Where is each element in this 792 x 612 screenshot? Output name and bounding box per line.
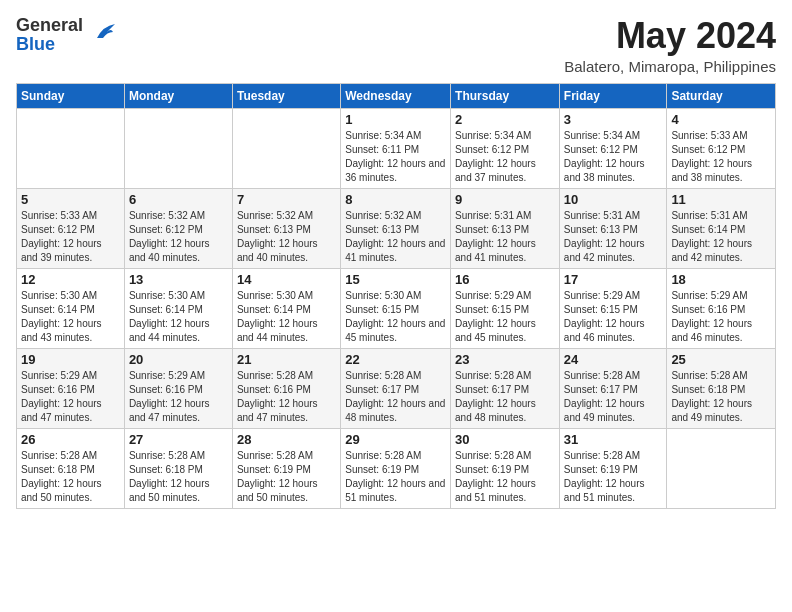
table-row: 4 Sunrise: 5:33 AMSunset: 6:12 PMDayligh… <box>667 108 776 188</box>
table-row <box>667 428 776 508</box>
day-info: Sunrise: 5:30 AMSunset: 6:14 PMDaylight:… <box>21 289 120 345</box>
day-info: Sunrise: 5:33 AMSunset: 6:12 PMDaylight:… <box>21 209 120 265</box>
day-number: 28 <box>237 432 336 447</box>
table-row: 24 Sunrise: 5:28 AMSunset: 6:17 PMDaylig… <box>559 348 667 428</box>
day-info: Sunrise: 5:31 AMSunset: 6:14 PMDaylight:… <box>671 209 771 265</box>
day-number: 19 <box>21 352 120 367</box>
table-row: 3 Sunrise: 5:34 AMSunset: 6:12 PMDayligh… <box>559 108 667 188</box>
day-info: Sunrise: 5:33 AMSunset: 6:12 PMDaylight:… <box>671 129 771 185</box>
table-row: 22 Sunrise: 5:28 AMSunset: 6:17 PMDaylig… <box>341 348 451 428</box>
calendar-week-row: 19 Sunrise: 5:29 AMSunset: 6:16 PMDaylig… <box>17 348 776 428</box>
day-info: Sunrise: 5:31 AMSunset: 6:13 PMDaylight:… <box>564 209 663 265</box>
col-wednesday: Wednesday <box>341 83 451 108</box>
day-info: Sunrise: 5:34 AMSunset: 6:12 PMDaylight:… <box>564 129 663 185</box>
table-row: 23 Sunrise: 5:28 AMSunset: 6:17 PMDaylig… <box>451 348 560 428</box>
table-row: 21 Sunrise: 5:28 AMSunset: 6:16 PMDaylig… <box>232 348 340 428</box>
table-row <box>124 108 232 188</box>
table-row: 12 Sunrise: 5:30 AMSunset: 6:14 PMDaylig… <box>17 268 125 348</box>
table-row: 28 Sunrise: 5:28 AMSunset: 6:19 PMDaylig… <box>232 428 340 508</box>
table-row: 14 Sunrise: 5:30 AMSunset: 6:14 PMDaylig… <box>232 268 340 348</box>
day-info: Sunrise: 5:32 AMSunset: 6:13 PMDaylight:… <box>237 209 336 265</box>
day-number: 13 <box>129 272 228 287</box>
day-info: Sunrise: 5:28 AMSunset: 6:19 PMDaylight:… <box>237 449 336 505</box>
day-number: 26 <box>21 432 120 447</box>
day-number: 20 <box>129 352 228 367</box>
table-row <box>232 108 340 188</box>
table-row: 9 Sunrise: 5:31 AMSunset: 6:13 PMDayligh… <box>451 188 560 268</box>
day-info: Sunrise: 5:28 AMSunset: 6:18 PMDaylight:… <box>21 449 120 505</box>
month-year: May 2024 <box>564 16 776 56</box>
logo-blue: Blue <box>16 34 55 54</box>
logo: General Blue <box>16 16 117 54</box>
table-row: 29 Sunrise: 5:28 AMSunset: 6:19 PMDaylig… <box>341 428 451 508</box>
col-sunday: Sunday <box>17 83 125 108</box>
day-number: 8 <box>345 192 446 207</box>
table-row: 15 Sunrise: 5:30 AMSunset: 6:15 PMDaylig… <box>341 268 451 348</box>
calendar-week-row: 5 Sunrise: 5:33 AMSunset: 6:12 PMDayligh… <box>17 188 776 268</box>
calendar-week-row: 26 Sunrise: 5:28 AMSunset: 6:18 PMDaylig… <box>17 428 776 508</box>
day-number: 17 <box>564 272 663 287</box>
col-monday: Monday <box>124 83 232 108</box>
table-row: 26 Sunrise: 5:28 AMSunset: 6:18 PMDaylig… <box>17 428 125 508</box>
table-row: 11 Sunrise: 5:31 AMSunset: 6:14 PMDaylig… <box>667 188 776 268</box>
table-row: 6 Sunrise: 5:32 AMSunset: 6:12 PMDayligh… <box>124 188 232 268</box>
table-row: 8 Sunrise: 5:32 AMSunset: 6:13 PMDayligh… <box>341 188 451 268</box>
day-info: Sunrise: 5:30 AMSunset: 6:14 PMDaylight:… <box>129 289 228 345</box>
col-thursday: Thursday <box>451 83 560 108</box>
table-row: 20 Sunrise: 5:29 AMSunset: 6:16 PMDaylig… <box>124 348 232 428</box>
day-number: 29 <box>345 432 446 447</box>
logo-general: General <box>16 15 83 35</box>
header: General Blue May 2024 Balatero, Mimaropa… <box>16 16 776 75</box>
table-row: 7 Sunrise: 5:32 AMSunset: 6:13 PMDayligh… <box>232 188 340 268</box>
calendar-table: Sunday Monday Tuesday Wednesday Thursday… <box>16 83 776 509</box>
day-info: Sunrise: 5:29 AMSunset: 6:16 PMDaylight:… <box>21 369 120 425</box>
day-info: Sunrise: 5:29 AMSunset: 6:16 PMDaylight:… <box>129 369 228 425</box>
day-number: 9 <box>455 192 555 207</box>
day-number: 18 <box>671 272 771 287</box>
title-block: May 2024 Balatero, Mimaropa, Philippines <box>564 16 776 75</box>
day-info: Sunrise: 5:34 AMSunset: 6:11 PMDaylight:… <box>345 129 446 185</box>
day-number: 23 <box>455 352 555 367</box>
day-number: 4 <box>671 112 771 127</box>
table-row: 18 Sunrise: 5:29 AMSunset: 6:16 PMDaylig… <box>667 268 776 348</box>
table-row: 5 Sunrise: 5:33 AMSunset: 6:12 PMDayligh… <box>17 188 125 268</box>
page: General Blue May 2024 Balatero, Mimaropa… <box>0 0 792 525</box>
table-row: 16 Sunrise: 5:29 AMSunset: 6:15 PMDaylig… <box>451 268 560 348</box>
day-number: 21 <box>237 352 336 367</box>
table-row: 17 Sunrise: 5:29 AMSunset: 6:15 PMDaylig… <box>559 268 667 348</box>
col-saturday: Saturday <box>667 83 776 108</box>
day-info: Sunrise: 5:28 AMSunset: 6:17 PMDaylight:… <box>345 369 446 425</box>
day-number: 14 <box>237 272 336 287</box>
table-row: 10 Sunrise: 5:31 AMSunset: 6:13 PMDaylig… <box>559 188 667 268</box>
day-info: Sunrise: 5:34 AMSunset: 6:12 PMDaylight:… <box>455 129 555 185</box>
day-info: Sunrise: 5:28 AMSunset: 6:19 PMDaylight:… <box>455 449 555 505</box>
table-row: 30 Sunrise: 5:28 AMSunset: 6:19 PMDaylig… <box>451 428 560 508</box>
day-number: 12 <box>21 272 120 287</box>
location: Balatero, Mimaropa, Philippines <box>564 58 776 75</box>
logo-bird-icon <box>89 18 117 52</box>
day-info: Sunrise: 5:29 AMSunset: 6:15 PMDaylight:… <box>564 289 663 345</box>
col-friday: Friday <box>559 83 667 108</box>
table-row: 25 Sunrise: 5:28 AMSunset: 6:18 PMDaylig… <box>667 348 776 428</box>
day-number: 22 <box>345 352 446 367</box>
day-number: 15 <box>345 272 446 287</box>
table-row: 27 Sunrise: 5:28 AMSunset: 6:18 PMDaylig… <box>124 428 232 508</box>
day-info: Sunrise: 5:28 AMSunset: 6:18 PMDaylight:… <box>129 449 228 505</box>
table-row: 1 Sunrise: 5:34 AMSunset: 6:11 PMDayligh… <box>341 108 451 188</box>
day-info: Sunrise: 5:28 AMSunset: 6:16 PMDaylight:… <box>237 369 336 425</box>
day-info: Sunrise: 5:29 AMSunset: 6:16 PMDaylight:… <box>671 289 771 345</box>
day-number: 10 <box>564 192 663 207</box>
day-number: 31 <box>564 432 663 447</box>
table-row: 2 Sunrise: 5:34 AMSunset: 6:12 PMDayligh… <box>451 108 560 188</box>
day-info: Sunrise: 5:28 AMSunset: 6:19 PMDaylight:… <box>345 449 446 505</box>
table-row <box>17 108 125 188</box>
day-number: 30 <box>455 432 555 447</box>
day-number: 11 <box>671 192 771 207</box>
day-info: Sunrise: 5:29 AMSunset: 6:15 PMDaylight:… <box>455 289 555 345</box>
day-info: Sunrise: 5:30 AMSunset: 6:15 PMDaylight:… <box>345 289 446 345</box>
day-info: Sunrise: 5:32 AMSunset: 6:12 PMDaylight:… <box>129 209 228 265</box>
col-tuesday: Tuesday <box>232 83 340 108</box>
day-number: 3 <box>564 112 663 127</box>
day-number: 16 <box>455 272 555 287</box>
day-number: 27 <box>129 432 228 447</box>
